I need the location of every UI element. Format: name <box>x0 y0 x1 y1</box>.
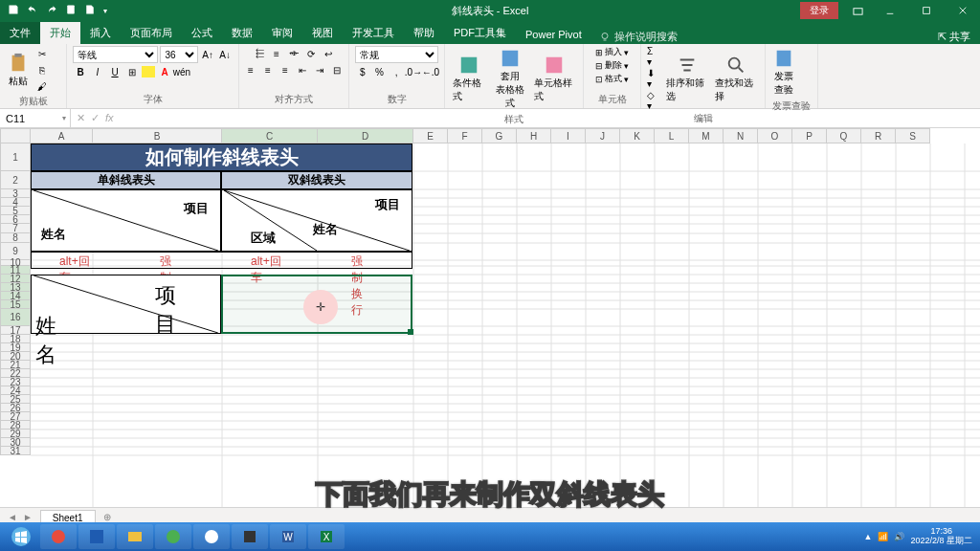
tell-me-search[interactable]: 操作说明搜索 <box>599 30 678 44</box>
double-diagonal-cell[interactable]: 项目 姓名 区域 <box>221 189 412 252</box>
fx-icon[interactable]: fx <box>105 112 114 124</box>
row-header-16[interactable]: 16 <box>0 309 31 326</box>
col-header-E[interactable]: E <box>413 128 448 143</box>
percent-icon[interactable]: % <box>372 64 388 79</box>
col-header-N[interactable]: N <box>724 128 758 143</box>
comma-icon[interactable]: , <box>389 64 404 79</box>
tab-nav-prev-icon[interactable]: ◄ <box>8 512 17 522</box>
col-header-O[interactable]: O <box>758 128 792 143</box>
col-header-K[interactable]: K <box>620 128 655 143</box>
maximize-button[interactable] <box>909 0 944 21</box>
bold-button[interactable]: B <box>73 64 88 79</box>
invoice-check-button[interactable]: 发票 查验 <box>771 46 796 99</box>
redo-icon[interactable] <box>46 4 57 17</box>
decrease-font-icon[interactable]: A↓ <box>217 47 233 62</box>
number-format-select[interactable]: 常规 <box>355 46 438 63</box>
taskbar-app-5[interactable] <box>193 524 230 549</box>
taskbar-app-2[interactable] <box>78 524 115 549</box>
tab-review[interactable]: 审阅 <box>262 22 302 44</box>
table-format-button[interactable]: 套用 表格格式 <box>491 46 527 112</box>
tab-data[interactable]: 数据 <box>222 22 262 44</box>
title-cell[interactable]: 如何制作斜线表头 <box>31 143 412 171</box>
save-icon[interactable] <box>8 4 19 17</box>
tab-powerpivot[interactable]: Power Pivot <box>516 25 591 44</box>
col-header-A[interactable]: A <box>31 128 93 143</box>
col-header-S[interactable]: S <box>896 128 930 143</box>
font-size-select[interactable]: 36 <box>160 46 198 63</box>
fill-color-button[interactable] <box>142 66 155 77</box>
select-all-corner[interactable] <box>0 128 31 143</box>
col-header-B[interactable]: B <box>93 128 222 143</box>
ribbon-display-icon[interactable] <box>844 0 871 21</box>
share-button[interactable]: ⇱ 共享 <box>938 30 970 44</box>
add-sheet-button[interactable]: ⊕ <box>96 512 119 522</box>
col-header-C[interactable]: C <box>222 128 318 143</box>
login-button[interactable]: 登录 <box>800 2 838 19</box>
align-bottom-icon[interactable]: ⬲ <box>286 46 301 61</box>
row-header-2[interactable]: 2 <box>0 171 31 189</box>
tab-developer[interactable]: 开发工具 <box>343 22 404 44</box>
start-button[interactable] <box>4 524 38 549</box>
conditional-format-button[interactable]: 条件格式 <box>451 53 487 105</box>
single-diagonal-cell[interactable]: 项目 姓名 <box>31 189 221 252</box>
paste-button[interactable]: 粘贴 <box>6 51 31 90</box>
col-header-H[interactable]: H <box>517 128 551 143</box>
cell-styles-button[interactable]: 单元格样式 <box>532 53 577 105</box>
italic-button[interactable]: I <box>90 64 105 79</box>
font-color-button[interactable]: A <box>157 64 172 79</box>
align-center-icon[interactable]: ≡ <box>260 62 276 77</box>
col-header-D[interactable]: D <box>318 128 413 143</box>
col-header-Q[interactable]: Q <box>827 128 861 143</box>
col-header-L[interactable]: L <box>655 128 689 143</box>
tab-formulas[interactable]: 公式 <box>182 22 222 44</box>
taskbar-app-3[interactable] <box>117 524 153 549</box>
copy-icon[interactable]: ⎘ <box>34 62 50 77</box>
indent-increase-icon[interactable]: ⇥ <box>312 62 327 77</box>
tab-layout[interactable]: 页面布局 <box>121 22 182 44</box>
tab-nav-next-icon[interactable]: ► <box>23 512 33 522</box>
tab-home[interactable]: 开始 <box>40 22 80 44</box>
close-button[interactable] <box>946 0 980 21</box>
orientation-icon[interactable]: ⟳ <box>303 46 319 61</box>
align-top-icon[interactable]: ⬱ <box>252 46 267 61</box>
touch-icon[interactable] <box>65 4 77 17</box>
fill-handle[interactable] <box>408 329 413 335</box>
format-painter-icon[interactable]: 🖌 <box>34 78 50 94</box>
row-header-1[interactable]: 1 <box>0 143 31 171</box>
clear-icon[interactable]: ◇ ▾ <box>647 90 660 111</box>
tab-help[interactable]: 帮助 <box>404 22 444 44</box>
example-diagonal-cell[interactable] <box>31 275 221 334</box>
cut-icon[interactable]: ✂ <box>34 46 50 61</box>
merge-icon[interactable]: ⊟ <box>329 62 345 77</box>
col-header-P[interactable]: P <box>792 128 827 143</box>
indent-decrease-icon[interactable]: ⇤ <box>295 62 310 77</box>
currency-icon[interactable]: $ <box>355 64 370 79</box>
col-header-F[interactable]: F <box>448 128 482 143</box>
phonetic-icon[interactable]: wén <box>174 64 189 79</box>
name-box[interactable]: C11 <box>0 109 71 127</box>
row-header-31[interactable]: 31 <box>0 447 31 455</box>
taskbar-clock[interactable]: 17:36 2022/2/8 星期二 <box>910 527 976 546</box>
minimize-button[interactable] <box>873 0 907 21</box>
increase-decimal-icon[interactable]: .0→ <box>406 64 421 79</box>
row-header-8[interactable]: 8 <box>0 233 31 243</box>
undo-icon[interactable] <box>27 4 38 17</box>
spreadsheet-grid[interactable]: ABCDEFGHIJKLMNOPQRS 12345678910111213141… <box>0 128 980 507</box>
tab-file[interactable]: 文件 <box>0 22 40 44</box>
align-middle-icon[interactable]: ≡ <box>269 46 284 61</box>
wrap-text-icon[interactable]: ↩ <box>321 46 336 61</box>
enter-formula-icon[interactable]: ✓ <box>91 112 100 124</box>
tab-view[interactable]: 视图 <box>302 22 343 44</box>
taskbar-app-6[interactable] <box>232 524 268 549</box>
border-button[interactable]: ⊞ <box>124 64 140 79</box>
font-name-select[interactable]: 等线 <box>73 46 158 63</box>
format-cells-button[interactable]: ⊡ 格式 ▾ <box>595 73 629 85</box>
fill-icon[interactable]: ⬇ ▾ <box>647 68 660 89</box>
increase-font-icon[interactable]: A↑ <box>200 47 215 62</box>
cancel-formula-icon[interactable]: ✕ <box>77 112 85 124</box>
double-header-cell[interactable]: 双斜线表头 <box>221 171 412 189</box>
taskbar-app-7[interactable]: W <box>270 524 306 549</box>
underline-button[interactable]: U <box>107 64 122 79</box>
qat-dropdown-icon[interactable]: ▾ <box>103 7 107 15</box>
autosum-icon[interactable]: Σ ▾ <box>647 46 660 67</box>
